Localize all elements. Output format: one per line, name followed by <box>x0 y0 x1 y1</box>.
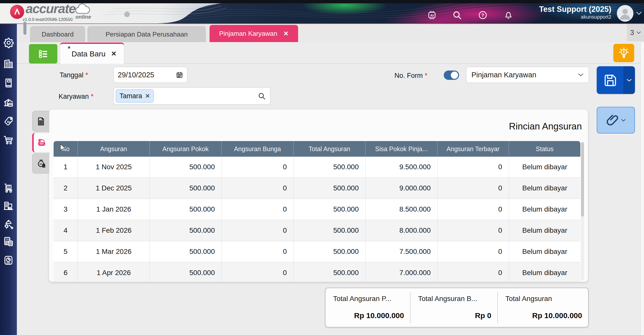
sidebar-item-fixed-assets-icon[interactable] <box>3 200 14 212</box>
column-header-angsuran-pokok[interactable]: Angsuran Pokok <box>149 141 221 157</box>
tab-label: Data Baru <box>71 50 105 58</box>
table-row[interactable]: 2 1 Dec 2025 500.000 0 500.000 9.000.000… <box>54 178 580 199</box>
table-row[interactable]: 6 1 Apr 2026 500.000 0 500.000 7.000.000… <box>54 262 580 282</box>
chevron-down-icon <box>626 79 632 82</box>
cell-no: 5 <box>54 241 77 262</box>
summary-label: Total Angsuran P... <box>333 295 391 303</box>
cell-sisa-pokok: 8.000.000 <box>365 220 437 241</box>
sidebar-item-settings-icon[interactable] <box>3 37 14 48</box>
cell-angsuran: 1 Feb 2026 <box>77 220 149 241</box>
no-form-toggle[interactable] <box>444 71 459 80</box>
sidebar-item-inventory-handtruck-icon[interactable] <box>3 183 14 194</box>
avatar[interactable] <box>617 5 633 22</box>
svg-text:TAX: TAX <box>6 238 10 241</box>
notifications-icon[interactable] <box>504 10 513 20</box>
calendar-icon[interactable] <box>176 71 183 79</box>
tab-overflow-counter[interactable]: 3 <box>627 24 644 41</box>
karyawan-input[interactable]: Tamara ✕ <box>113 87 270 105</box>
tab-persiapan-data-perusahaan[interactable]: Persiapan Data Perusahaan <box>88 26 206 42</box>
search-icon[interactable] <box>452 10 462 20</box>
cell-angsuran-bunga: 0 <box>221 220 293 241</box>
sidebar-item-reports-icon[interactable] <box>3 255 14 266</box>
scroll-indicator[interactable] <box>23 22 26 35</box>
table-scrollbar[interactable] <box>581 142 584 281</box>
form-type-select[interactable]: Pinjaman Karyawan <box>466 67 589 83</box>
page-scrollbar-track[interactable] <box>640 42 644 335</box>
cell-no: 6 <box>54 262 77 282</box>
sidebar-item-purchases-cart-icon[interactable] <box>3 134 14 146</box>
save-options-button[interactable] <box>623 66 635 94</box>
close-icon[interactable]: ✕ <box>283 30 289 37</box>
karyawan-chip[interactable]: Tamara ✕ <box>116 89 154 103</box>
column-header-sisa-pokok[interactable]: Sisa Pokok Pinja... <box>365 141 437 157</box>
summary-value: Rp 0 <box>475 311 491 320</box>
summary-total-angsuran: Total Angsuran Rp 10.000.000 <box>498 288 588 327</box>
cell-sisa-pokok: 7.500.000 <box>365 241 437 262</box>
app-header: accurate online v1.0.0-test#20586-120550… <box>0 3 644 23</box>
table-row[interactable]: 4 1 Feb 2026 500.000 0 500.000 8.000.000… <box>54 220 580 241</box>
column-header-angsuran-terbayar[interactable]: Angsuran Terbayar <box>437 141 509 157</box>
cell-total-angsuran: 500.000 <box>293 178 365 198</box>
table-row[interactable]: 1 1 Nov 2025 500.000 0 500.000 9.500.000… <box>54 157 580 178</box>
sidebar-item-cash-bank-icon[interactable] <box>3 97 14 109</box>
sidebar-item-journal-book-icon[interactable] <box>3 77 14 89</box>
tab-pinjaman-karyawan[interactable]: Pinjaman Karyawan ✕ <box>210 25 298 42</box>
sidebar-item-manufacturing-icon[interactable] <box>3 218 14 230</box>
tab-label: Pinjaman Karyawan <box>219 30 277 38</box>
sidebar-item-sales-rp-tag-icon[interactable]: Rp <box>3 116 14 127</box>
help-icon[interactable]: ? <box>478 10 488 20</box>
cell-total-angsuran: 500.000 <box>293 220 365 241</box>
column-header-status[interactable]: Status <box>509 141 580 157</box>
save-main-button[interactable] <box>597 66 623 94</box>
tanggal-input[interactable]: 29/10/2025 <box>113 67 187 83</box>
svg-text:?: ? <box>481 13 484 18</box>
column-header-angsuran[interactable]: Angsuran <box>77 141 149 157</box>
tab-label: Dashboard <box>42 30 73 38</box>
tab-bar: Dashboard Persiapan Data Perusahaan Pinj… <box>17 24 644 42</box>
scrollbar-thumb[interactable] <box>581 142 584 217</box>
svg-text:INFORMASI: INFORMASI <box>38 143 45 144</box>
table-header: No Angsuran Angsuran Pokok Angsuran Bung… <box>54 141 580 157</box>
tanggal-value: 29/10/2025 <box>118 71 154 79</box>
column-header-no[interactable]: No <box>54 141 77 157</box>
ai-assistant-icon[interactable]: AI <box>427 10 437 20</box>
search-icon[interactable] <box>258 92 266 100</box>
tab-dashboard[interactable]: Dashboard <box>30 26 85 42</box>
sidebar-item-tax-icon[interactable]: TAX <box>3 236 14 247</box>
summary-value: Rp 10.000.000 <box>532 311 582 320</box>
remove-chip-icon[interactable]: ✕ <box>145 93 150 99</box>
cell-total-angsuran: 500.000 <box>293 241 365 262</box>
save-button[interactable] <box>597 66 635 94</box>
user-name: Test Support (2025) <box>539 5 611 14</box>
sidebar-item-company-icon[interactable] <box>3 58 14 70</box>
cell-status: Belum dibayar <box>509 241 580 262</box>
column-header-total-angsuran[interactable]: Total Angsuran <box>293 141 365 157</box>
tab-data-baru[interactable]: * Data Baru ✕ <box>60 43 124 64</box>
tips-button[interactable] <box>613 44 634 62</box>
chevron-down-icon <box>578 73 584 77</box>
user-menu[interactable]: Test Support (2025) akunsupport2 <box>539 5 611 20</box>
accurate-logo-icon[interactable] <box>10 5 24 19</box>
table-row[interactable]: 5 1 Mar 2026 500.000 0 500.000 7.500.000… <box>54 241 580 262</box>
side-tab-informasi[interactable]: INFORMASI i <box>32 133 49 152</box>
cell-angsuran-pokok: 500.000 <box>149 199 221 220</box>
summary-label: Total Angsuran B... <box>418 295 477 303</box>
brand-name: accurate <box>26 3 75 16</box>
unsaved-marker: * <box>68 44 71 53</box>
close-icon[interactable]: ✕ <box>111 50 116 58</box>
summary-value: Rp 10.000.000 <box>354 311 404 320</box>
status-dot <box>124 12 130 17</box>
list-view-button[interactable] <box>29 44 57 63</box>
chevron-down-icon[interactable] <box>636 11 642 15</box>
cell-sisa-pokok: 9.000.000 <box>365 178 437 198</box>
cell-angsuran-pokok: 500.000 <box>149 220 221 241</box>
tab-count: 3 <box>630 28 634 37</box>
side-tab-pembayaran[interactable]: RP <box>32 153 49 174</box>
column-header-angsuran-bunga[interactable]: Angsuran Bunga <box>221 141 293 157</box>
side-tab-catatan[interactable] <box>32 111 49 132</box>
toggle-knob <box>451 72 458 79</box>
select-value: Pinjaman Karyawan <box>471 71 536 79</box>
cell-status: Belum dibayar <box>509 157 580 177</box>
attachment-button[interactable] <box>597 107 635 133</box>
table-row[interactable]: 3 1 Jan 2026 500.000 0 500.000 8.500.000… <box>54 199 580 220</box>
